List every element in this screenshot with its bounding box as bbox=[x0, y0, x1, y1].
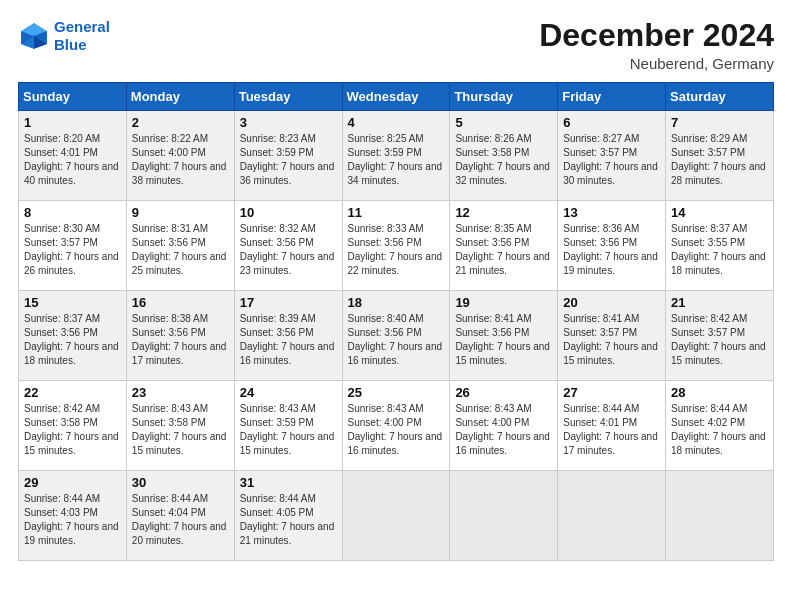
calendar-cell: 17Sunrise: 8:39 AM Sunset: 3:56 PM Dayli… bbox=[234, 291, 342, 381]
header-wednesday: Wednesday bbox=[342, 83, 450, 111]
calendar-cell: 7Sunrise: 8:29 AM Sunset: 3:57 PM Daylig… bbox=[666, 111, 774, 201]
calendar-cell bbox=[450, 471, 558, 561]
calendar-cell: 14Sunrise: 8:37 AM Sunset: 3:55 PM Dayli… bbox=[666, 201, 774, 291]
day-number: 26 bbox=[455, 385, 552, 400]
day-number: 29 bbox=[24, 475, 121, 490]
logo-line1: General bbox=[54, 18, 110, 35]
day-number: 31 bbox=[240, 475, 337, 490]
header-monday: Monday bbox=[126, 83, 234, 111]
header-friday: Friday bbox=[558, 83, 666, 111]
cell-info: Sunrise: 8:42 AM Sunset: 3:58 PM Dayligh… bbox=[24, 402, 121, 458]
day-number: 11 bbox=[348, 205, 445, 220]
cell-info: Sunrise: 8:32 AM Sunset: 3:56 PM Dayligh… bbox=[240, 222, 337, 278]
day-number: 7 bbox=[671, 115, 768, 130]
day-number: 3 bbox=[240, 115, 337, 130]
header-tuesday: Tuesday bbox=[234, 83, 342, 111]
calendar-row-2: 8Sunrise: 8:30 AM Sunset: 3:57 PM Daylig… bbox=[19, 201, 774, 291]
page: General Blue December 2024 Neuberend, Ge… bbox=[0, 0, 792, 612]
cell-info: Sunrise: 8:35 AM Sunset: 3:56 PM Dayligh… bbox=[455, 222, 552, 278]
calendar-cell: 26Sunrise: 8:43 AM Sunset: 4:00 PM Dayli… bbox=[450, 381, 558, 471]
calendar-row-1: 1Sunrise: 8:20 AM Sunset: 4:01 PM Daylig… bbox=[19, 111, 774, 201]
calendar-cell bbox=[342, 471, 450, 561]
cell-info: Sunrise: 8:33 AM Sunset: 3:56 PM Dayligh… bbox=[348, 222, 445, 278]
calendar-cell: 28Sunrise: 8:44 AM Sunset: 4:02 PM Dayli… bbox=[666, 381, 774, 471]
header: General Blue December 2024 Neuberend, Ge… bbox=[18, 18, 774, 72]
calendar-cell: 27Sunrise: 8:44 AM Sunset: 4:01 PM Dayli… bbox=[558, 381, 666, 471]
cell-info: Sunrise: 8:44 AM Sunset: 4:05 PM Dayligh… bbox=[240, 492, 337, 548]
calendar-cell: 24Sunrise: 8:43 AM Sunset: 3:59 PM Dayli… bbox=[234, 381, 342, 471]
cell-info: Sunrise: 8:26 AM Sunset: 3:58 PM Dayligh… bbox=[455, 132, 552, 188]
cell-info: Sunrise: 8:37 AM Sunset: 3:55 PM Dayligh… bbox=[671, 222, 768, 278]
calendar-cell: 6Sunrise: 8:27 AM Sunset: 3:57 PM Daylig… bbox=[558, 111, 666, 201]
cell-info: Sunrise: 8:44 AM Sunset: 4:03 PM Dayligh… bbox=[24, 492, 121, 548]
header-saturday: Saturday bbox=[666, 83, 774, 111]
day-number: 13 bbox=[563, 205, 660, 220]
day-number: 17 bbox=[240, 295, 337, 310]
cell-info: Sunrise: 8:43 AM Sunset: 4:00 PM Dayligh… bbox=[348, 402, 445, 458]
day-number: 24 bbox=[240, 385, 337, 400]
day-number: 18 bbox=[348, 295, 445, 310]
day-number: 15 bbox=[24, 295, 121, 310]
cell-info: Sunrise: 8:30 AM Sunset: 3:57 PM Dayligh… bbox=[24, 222, 121, 278]
calendar-cell: 18Sunrise: 8:40 AM Sunset: 3:56 PM Dayli… bbox=[342, 291, 450, 381]
calendar-cell: 5Sunrise: 8:26 AM Sunset: 3:58 PM Daylig… bbox=[450, 111, 558, 201]
cell-info: Sunrise: 8:41 AM Sunset: 3:57 PM Dayligh… bbox=[563, 312, 660, 368]
cell-info: Sunrise: 8:27 AM Sunset: 3:57 PM Dayligh… bbox=[563, 132, 660, 188]
day-number: 23 bbox=[132, 385, 229, 400]
location: Neuberend, Germany bbox=[539, 55, 774, 72]
day-number: 6 bbox=[563, 115, 660, 130]
calendar-cell: 11Sunrise: 8:33 AM Sunset: 3:56 PM Dayli… bbox=[342, 201, 450, 291]
day-number: 2 bbox=[132, 115, 229, 130]
calendar-row-5: 29Sunrise: 8:44 AM Sunset: 4:03 PM Dayli… bbox=[19, 471, 774, 561]
calendar-cell: 15Sunrise: 8:37 AM Sunset: 3:56 PM Dayli… bbox=[19, 291, 127, 381]
cell-info: Sunrise: 8:23 AM Sunset: 3:59 PM Dayligh… bbox=[240, 132, 337, 188]
weekday-header-row: Sunday Monday Tuesday Wednesday Thursday… bbox=[19, 83, 774, 111]
calendar-cell: 3Sunrise: 8:23 AM Sunset: 3:59 PM Daylig… bbox=[234, 111, 342, 201]
day-number: 20 bbox=[563, 295, 660, 310]
day-number: 1 bbox=[24, 115, 121, 130]
cell-info: Sunrise: 8:42 AM Sunset: 3:57 PM Dayligh… bbox=[671, 312, 768, 368]
calendar-cell: 13Sunrise: 8:36 AM Sunset: 3:56 PM Dayli… bbox=[558, 201, 666, 291]
calendar-cell: 4Sunrise: 8:25 AM Sunset: 3:59 PM Daylig… bbox=[342, 111, 450, 201]
day-number: 16 bbox=[132, 295, 229, 310]
calendar-cell: 19Sunrise: 8:41 AM Sunset: 3:56 PM Dayli… bbox=[450, 291, 558, 381]
calendar-cell: 30Sunrise: 8:44 AM Sunset: 4:04 PM Dayli… bbox=[126, 471, 234, 561]
calendar-cell: 16Sunrise: 8:38 AM Sunset: 3:56 PM Dayli… bbox=[126, 291, 234, 381]
calendar-cell: 22Sunrise: 8:42 AM Sunset: 3:58 PM Dayli… bbox=[19, 381, 127, 471]
cell-info: Sunrise: 8:38 AM Sunset: 3:56 PM Dayligh… bbox=[132, 312, 229, 368]
day-number: 25 bbox=[348, 385, 445, 400]
cell-info: Sunrise: 8:36 AM Sunset: 3:56 PM Dayligh… bbox=[563, 222, 660, 278]
month-title: December 2024 bbox=[539, 18, 774, 53]
cell-info: Sunrise: 8:20 AM Sunset: 4:01 PM Dayligh… bbox=[24, 132, 121, 188]
cell-info: Sunrise: 8:43 AM Sunset: 4:00 PM Dayligh… bbox=[455, 402, 552, 458]
cell-info: Sunrise: 8:44 AM Sunset: 4:01 PM Dayligh… bbox=[563, 402, 660, 458]
day-number: 10 bbox=[240, 205, 337, 220]
calendar-cell: 2Sunrise: 8:22 AM Sunset: 4:00 PM Daylig… bbox=[126, 111, 234, 201]
cell-info: Sunrise: 8:37 AM Sunset: 3:56 PM Dayligh… bbox=[24, 312, 121, 368]
calendar-cell: 31Sunrise: 8:44 AM Sunset: 4:05 PM Dayli… bbox=[234, 471, 342, 561]
logo-text: General Blue bbox=[54, 18, 110, 54]
day-number: 4 bbox=[348, 115, 445, 130]
cell-info: Sunrise: 8:43 AM Sunset: 3:58 PM Dayligh… bbox=[132, 402, 229, 458]
calendar: Sunday Monday Tuesday Wednesday Thursday… bbox=[18, 82, 774, 561]
calendar-cell: 25Sunrise: 8:43 AM Sunset: 4:00 PM Dayli… bbox=[342, 381, 450, 471]
cell-info: Sunrise: 8:43 AM Sunset: 3:59 PM Dayligh… bbox=[240, 402, 337, 458]
calendar-row-4: 22Sunrise: 8:42 AM Sunset: 3:58 PM Dayli… bbox=[19, 381, 774, 471]
cell-info: Sunrise: 8:29 AM Sunset: 3:57 PM Dayligh… bbox=[671, 132, 768, 188]
calendar-row-3: 15Sunrise: 8:37 AM Sunset: 3:56 PM Dayli… bbox=[19, 291, 774, 381]
cell-info: Sunrise: 8:31 AM Sunset: 3:56 PM Dayligh… bbox=[132, 222, 229, 278]
calendar-cell: 21Sunrise: 8:42 AM Sunset: 3:57 PM Dayli… bbox=[666, 291, 774, 381]
day-number: 27 bbox=[563, 385, 660, 400]
day-number: 14 bbox=[671, 205, 768, 220]
cell-info: Sunrise: 8:40 AM Sunset: 3:56 PM Dayligh… bbox=[348, 312, 445, 368]
cell-info: Sunrise: 8:25 AM Sunset: 3:59 PM Dayligh… bbox=[348, 132, 445, 188]
calendar-cell: 23Sunrise: 8:43 AM Sunset: 3:58 PM Dayli… bbox=[126, 381, 234, 471]
header-thursday: Thursday bbox=[450, 83, 558, 111]
calendar-cell: 10Sunrise: 8:32 AM Sunset: 3:56 PM Dayli… bbox=[234, 201, 342, 291]
title-block: December 2024 Neuberend, Germany bbox=[539, 18, 774, 72]
calendar-cell: 9Sunrise: 8:31 AM Sunset: 3:56 PM Daylig… bbox=[126, 201, 234, 291]
day-number: 8 bbox=[24, 205, 121, 220]
cell-info: Sunrise: 8:41 AM Sunset: 3:56 PM Dayligh… bbox=[455, 312, 552, 368]
logo-line2: Blue bbox=[54, 36, 87, 53]
day-number: 9 bbox=[132, 205, 229, 220]
